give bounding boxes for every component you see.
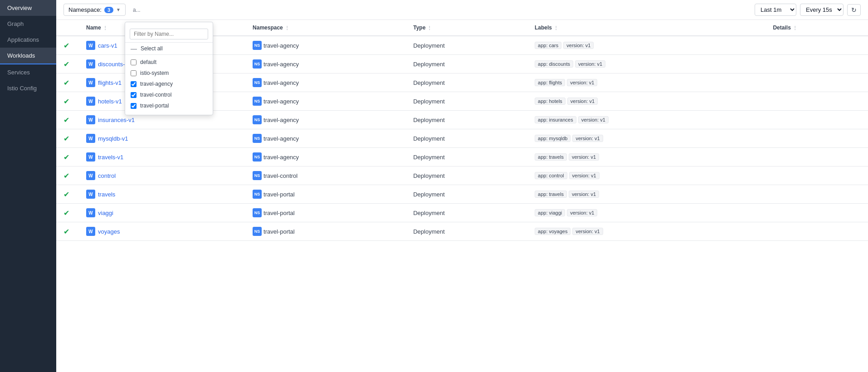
labels-cell: app: mysqldbversion: v1 [527,129,766,148]
namespace-item-travel-agency[interactable]: travel-agency [125,78,213,89]
refresh-interval-select[interactable]: Every 15s Every 30s Every 1m Pause [800,4,844,16]
col-header-details[interactable]: Details ⋮ [766,20,868,36]
label-chip: app: flights [535,79,565,86]
namespace-count-badge: 3 [104,7,113,13]
labels-cell: app: hotelsversion: v1 [527,92,766,111]
label-chip: app: hotels [535,98,566,105]
namespace-checkbox-travel-agency[interactable] [131,81,137,87]
namespace-checkbox-istio-system[interactable] [131,70,137,76]
workload-link[interactable]: Wviaggi [86,208,238,217]
sidebar-item-graph[interactable]: Graph [0,16,56,32]
details-cell [766,222,868,241]
col-header-namespace[interactable]: Namespace ⋮ [245,20,406,36]
table-row: ✔WvoyagesNStravel-portalDeploymentapp: v… [56,222,868,241]
select-all-label: Select all [141,45,163,52]
namespace-item-travel-control[interactable]: travel-control [125,89,213,100]
status-cell: ✔ [56,185,79,204]
details-cell [766,55,868,73]
type-cell: Deployment [406,129,527,148]
col-header-type[interactable]: Type ⋮ [406,20,527,36]
status-ok-icon: ✔ [63,135,69,142]
workload-link[interactable]: Winsurances-v1 [86,115,238,124]
status-cell: ✔ [56,166,79,185]
status-ok-icon: ✔ [63,228,69,235]
ns-tag: NS [253,208,262,217]
label-chip: version: v1 [575,60,605,68]
namespace-item-istio-system[interactable]: istio-system [125,68,213,78]
sidebar-item-services[interactable]: Services [0,64,56,80]
namespace-button[interactable]: Namespace: 3 ▼ [63,4,126,16]
label-chip: version: v1 [572,228,603,235]
workload-link[interactable]: Wcontrol [86,171,238,180]
sidebar-item-applications[interactable]: Applications [0,32,56,48]
status-ok-icon: ✔ [63,172,69,180]
col-header-labels[interactable]: Labels ⋮ [527,20,766,36]
label-chip: version: v1 [569,172,600,179]
ns-tag: NS [253,171,262,180]
namespace-checkbox-travel-control[interactable] [131,92,137,98]
namespace-cell: NStravel-agency [245,92,406,111]
namespace-label-travel-portal: travel-portal [140,103,169,109]
label-chip: version: v1 [567,209,597,216]
refresh-button[interactable]: ↻ [847,4,861,16]
workload-link[interactable]: Wtravels [86,190,238,199]
type-cell: Deployment [406,166,527,185]
label-chip: version: v1 [578,116,609,123]
table-row: ✔WtravelsNStravel-portalDeploymentapp: t… [56,185,868,204]
name-cell: Wcontrol [79,166,245,185]
ns-tag: NS [253,41,262,50]
label-chip: version: v1 [563,42,594,49]
status-ok-icon: ✔ [63,116,69,124]
namespace-checkbox-default[interactable] [131,59,137,65]
labels-cell: app: travelsversion: v1 [527,148,766,166]
namespace-cell: NStravel-agency [245,73,406,92]
w-badge: W [86,134,95,143]
namespace-dropdown: — Select all default istio-system travel… [125,22,213,115]
ns-tag: NS [253,190,262,199]
namespace-chevron-icon: ▼ [116,7,121,12]
w-badge: W [86,190,95,199]
namespace-label-travel-agency: travel-agency [140,81,173,87]
type-cell: Deployment [406,111,527,129]
w-badge: W [86,152,95,162]
sidebar-item-istio-config[interactable]: Istio Config [0,80,56,96]
time-range-select[interactable]: Last 1m Last 5m Last 10m Last 30m [755,4,796,16]
label-chip: version: v1 [567,98,598,105]
details-cell [766,129,868,148]
details-cell [766,73,868,92]
table-row: ✔Wtravels-v1NStravel-agencyDeploymentapp… [56,148,868,166]
sidebar-item-overview[interactable]: Overview [0,0,56,16]
namespace-select-all[interactable]: — Select all [125,43,213,55]
label-chip: version: v1 [569,153,599,161]
namespace-badge: NStravel-portal [253,227,295,236]
workload-link[interactable]: Wmysqldb-v1 [86,134,238,143]
namespace-item-default[interactable]: default [125,57,213,68]
namespace-filter-input[interactable] [130,29,208,39]
namespace-label-travel-control: travel-control [140,92,171,98]
namespace-badge: NStravel-agency [253,134,299,143]
details-cell [766,36,868,55]
namespace-checkbox-travel-portal[interactable] [131,103,137,109]
label-chip: app: control [535,172,567,179]
w-badge: W [86,227,95,236]
details-cell [766,92,868,111]
namespace-cell: NStravel-agency [245,111,406,129]
namespace-item-travel-portal[interactable]: travel-portal [125,100,213,111]
workload-link[interactable]: Wtravels-v1 [86,152,238,162]
status-ok-icon: ✔ [63,60,69,68]
namespace-label: Namespace: [68,6,102,13]
sidebar-item-workloads[interactable]: Workloads [0,48,56,64]
status-cell: ✔ [56,73,79,92]
ns-tag: NS [253,78,262,87]
namespace-cell: NStravel-control [245,166,406,185]
workload-link[interactable]: Wvoyages [86,227,238,236]
topbar: Namespace: 3 ▼ — Select all default [56,0,868,20]
label-chip: version: v1 [569,191,599,198]
name-cell: Wmysqldb-v1 [79,129,245,148]
label-chip: app: travels [535,153,567,161]
status-cell: ✔ [56,129,79,148]
namespace-badge: NStravel-agency [253,59,299,69]
type-cell: Deployment [406,73,527,92]
status-cell: ✔ [56,148,79,166]
name-cell: Wvoyages [79,222,245,241]
